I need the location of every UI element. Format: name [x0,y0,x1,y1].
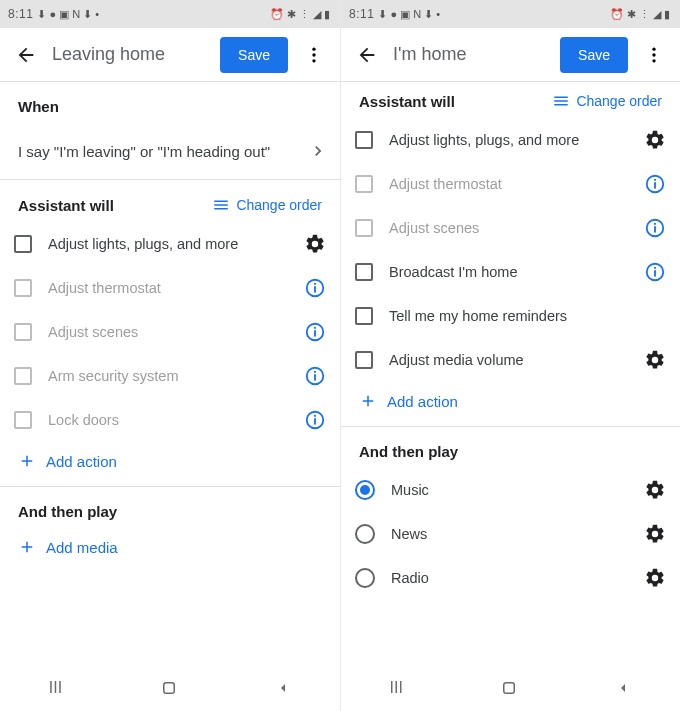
action-item[interactable]: Lock doors [0,398,340,442]
info-icon[interactable] [644,217,666,239]
action-item[interactable]: Adjust lights, plugs, and more [341,118,680,162]
change-order-button[interactable]: Change order [212,196,322,214]
action-item[interactable]: Adjust scenes [341,206,680,250]
back-nav-button[interactable] [275,680,291,696]
radio-button[interactable] [355,524,375,544]
status-bar: 8:11 ⬇ ● ▣ N ⬇ • ⏰ ✱ ⋮ ◢ ▮ [0,0,340,28]
home-button[interactable] [500,679,518,697]
add-action-button[interactable]: Add action [0,442,340,486]
radio-button[interactable] [355,480,375,500]
action-item[interactable]: Tell me my home reminders [341,294,680,338]
checkbox[interactable] [14,411,32,429]
change-order-button[interactable]: Change order [552,92,662,110]
list-icon [212,196,230,214]
action-label: Tell me my home reminders [389,308,567,324]
svg-rect-23 [654,226,656,232]
overflow-button[interactable] [638,39,670,71]
content: Assistant will Change order Adjust light… [341,82,680,665]
checkbox[interactable] [355,131,373,149]
page-title: Leaving home [52,44,165,65]
section-play: And then play [341,427,680,468]
svg-rect-4 [314,286,316,292]
save-button[interactable]: Save [220,37,288,73]
action-label: Adjust lights, plugs, and more [389,132,579,148]
play-option[interactable]: Radio [341,556,680,600]
info-icon[interactable] [304,277,326,299]
gear-icon[interactable] [304,233,326,255]
info-icon[interactable] [644,261,666,283]
radio-button[interactable] [355,568,375,588]
info-icon[interactable] [304,321,326,343]
section-play: And then play [0,487,340,528]
status-left-icons: ⬇ ● ▣ N ⬇ • [378,8,440,21]
screen-im-home: 8:11 ⬇ ● ▣ N ⬇ • ⏰ ✱ ⋮ ◢ ▮ I'm home Save… [340,0,680,711]
svg-rect-21 [654,179,656,181]
add-media-button[interactable]: Add media [0,528,340,572]
action-item[interactable]: Adjust thermostat [341,162,680,206]
plus-icon [359,392,377,410]
back-button[interactable] [351,39,383,71]
checkbox[interactable] [14,367,32,385]
content: When I say "I'm leaving" or "I'm heading… [0,82,340,665]
action-item[interactable]: Adjust thermostat [0,266,340,310]
svg-point-1 [312,53,315,56]
action-label: Adjust thermostat [389,176,502,192]
gear-icon[interactable] [644,129,666,151]
play-option[interactable]: News [341,512,680,556]
status-time: 8:11 [349,7,374,21]
checkbox[interactable] [355,307,373,325]
checkbox[interactable] [14,235,32,253]
play-option-label: Radio [391,570,429,586]
gear-icon[interactable] [644,523,666,545]
action-item[interactable]: Adjust lights, plugs, and more [0,222,340,266]
change-order-label: Change order [236,197,322,213]
overflow-button[interactable] [298,39,330,71]
gear-icon[interactable] [644,567,666,589]
svg-rect-10 [314,374,316,380]
action-item[interactable]: Arm security system [0,354,340,398]
list-icon [552,92,570,110]
checkbox[interactable] [14,279,32,297]
action-label: Arm security system [48,368,179,384]
action-item[interactable]: Broadcast I'm home [341,250,680,294]
svg-rect-13 [314,418,316,424]
recents-button[interactable]: III [390,679,403,697]
info-icon[interactable] [304,365,326,387]
svg-rect-26 [654,270,656,276]
app-bar: Leaving home Save [0,28,340,82]
add-action-button[interactable]: Add action [341,382,680,426]
back-button[interactable] [10,39,42,71]
checkbox[interactable] [355,351,373,369]
gear-icon[interactable] [644,479,666,501]
status-right-icons: ⏰ ✱ ⋮ ◢ ▮ [270,8,330,21]
checkbox[interactable] [14,323,32,341]
action-label: Adjust thermostat [48,280,161,296]
chevron-right-icon [308,141,328,161]
save-button[interactable]: Save [560,37,628,73]
checkbox[interactable] [355,175,373,193]
play-option[interactable]: Music [341,468,680,512]
svg-rect-24 [654,223,656,225]
home-button[interactable] [160,679,178,697]
trigger-text: I say "I'm leaving" or "I'm heading out" [18,143,270,160]
back-nav-button[interactable] [615,680,631,696]
info-icon[interactable] [644,173,666,195]
android-navbar: III [341,665,680,711]
info-icon[interactable] [304,409,326,431]
svg-rect-14 [314,415,316,417]
trigger-row[interactable]: I say "I'm leaving" or "I'm heading out" [0,123,340,179]
action-item[interactable]: Adjust media volume [341,338,680,382]
svg-point-16 [652,47,655,50]
checkbox[interactable] [355,219,373,237]
more-vert-icon [644,45,664,65]
recents-button[interactable]: III [49,679,62,697]
android-navbar: III [0,665,340,711]
assistant-heading: Assistant will [359,93,455,110]
svg-point-0 [312,47,315,50]
svg-rect-11 [314,371,316,373]
section-when: When [0,82,340,123]
status-time: 8:11 [8,7,33,21]
checkbox[interactable] [355,263,373,281]
action-item[interactable]: Adjust scenes [0,310,340,354]
gear-icon[interactable] [644,349,666,371]
